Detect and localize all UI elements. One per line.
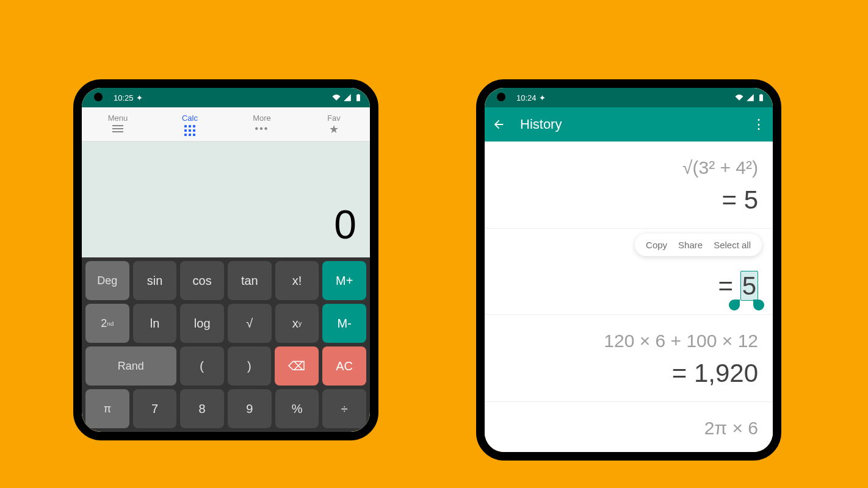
signal-icon: [746, 93, 754, 102]
history-result: = 5: [499, 185, 758, 215]
tab-fav[interactable]: Fav ★: [298, 107, 370, 141]
status-time: 10:24: [516, 93, 537, 102]
menu-icon: [112, 125, 123, 132]
keypad: Degsincostanx!M+2ndlnlog√xyM-Rand()⌫ACπ7…: [82, 257, 370, 432]
star-icon: ★: [298, 125, 370, 134]
key-cos[interactable]: cos: [180, 261, 224, 300]
appbar-title: History: [520, 117, 562, 132]
back-button[interactable]: [492, 118, 505, 131]
grid-icon: [184, 125, 195, 136]
camera-cutout: [94, 93, 103, 101]
key-7[interactable]: 7: [133, 389, 177, 428]
history-expression: √(3² + 4²): [499, 157, 758, 178]
history-expression: 120 × 6 + 100 × 12: [499, 331, 758, 351]
display[interactable]: 0: [82, 142, 370, 257]
phone-history: 10:24 ✦ History ⋮ √(3² + 4²) = 5 Copy: [476, 79, 781, 461]
dots-icon: •••: [226, 125, 298, 132]
tab-label: Calc: [182, 113, 198, 123]
battery-icon: [354, 93, 363, 102]
key-x![interactable]: x!: [275, 261, 319, 300]
history-result: = 5: [499, 271, 758, 301]
history-expression: 2π × 6: [499, 418, 758, 439]
key-)[interactable]: ): [228, 346, 272, 386]
wifi-icon: [332, 93, 341, 102]
overflow-menu-icon[interactable]: ⋮: [752, 118, 765, 131]
selection-handle-right[interactable]: [753, 300, 764, 310]
key-tan[interactable]: tan: [228, 261, 272, 300]
wifi-icon: [735, 93, 743, 102]
tab-menu[interactable]: Menu: [82, 107, 154, 141]
history-list: √(3² + 4²) = 5 Copy Share Select all = 5…: [485, 142, 773, 452]
key-9[interactable]: 9: [228, 389, 272, 428]
history-item[interactable]: 2π × 6: [485, 402, 773, 452]
key-m-[interactable]: M-: [322, 304, 366, 343]
battery-icon: [757, 93, 765, 102]
copy-action[interactable]: Copy: [646, 240, 667, 250]
key-rand[interactable]: Rand: [85, 346, 176, 386]
tab-more[interactable]: More •••: [226, 107, 298, 141]
status-glyph: ✦: [539, 93, 546, 102]
status-bar: 10:25 ✦: [82, 88, 370, 107]
status-glyph: ✦: [136, 93, 143, 102]
phone-calculator: 10:25 ✦ Menu Calc More ••• Fav ★: [73, 79, 378, 440]
key-2nd[interactable]: 2nd: [85, 304, 129, 343]
tab-calc[interactable]: Calc: [154, 107, 226, 141]
key-÷[interactable]: ÷: [322, 389, 366, 428]
key-8[interactable]: 8: [180, 389, 224, 428]
key-sin[interactable]: sin: [133, 261, 177, 300]
key-m+[interactable]: M+: [322, 261, 366, 300]
key-ac[interactable]: AC: [322, 346, 366, 386]
selection-handle-left[interactable]: [729, 300, 740, 310]
key-%[interactable]: %: [275, 389, 319, 428]
key-√[interactable]: √: [228, 304, 272, 343]
tab-label: Menu: [108, 113, 128, 123]
screen: 10:24 ✦ History ⋮ √(3² + 4²) = 5 Copy: [485, 88, 773, 452]
tab-label: More: [253, 113, 271, 123]
select-all-action[interactable]: Select all: [714, 240, 751, 250]
key-log[interactable]: log: [180, 304, 224, 343]
tabs-row: Menu Calc More ••• Fav ★: [82, 107, 370, 142]
key-⌫[interactable]: ⌫: [275, 346, 319, 386]
key-ln[interactable]: ln: [133, 304, 177, 343]
status-bar: 10:24 ✦: [485, 88, 773, 107]
key-deg[interactable]: Deg: [85, 261, 129, 300]
status-time: 10:25: [114, 93, 134, 102]
share-action[interactable]: Share: [678, 240, 703, 250]
selected-text: 5: [740, 271, 758, 301]
key-([interactable]: (: [180, 346, 224, 386]
screen: 10:25 ✦ Menu Calc More ••• Fav ★: [82, 88, 370, 432]
key-xy[interactable]: xy: [275, 304, 319, 343]
history-result: = 1,920: [499, 359, 758, 388]
tab-label: Fav: [327, 113, 341, 123]
camera-cutout: [497, 93, 505, 101]
signal-icon: [343, 93, 352, 102]
history-item[interactable]: 120 × 6 + 100 × 12 = 1,920: [485, 315, 773, 402]
selection-action-pill: Copy Share Select all: [635, 234, 762, 256]
history-item-selected[interactable]: Copy Share Select all = 5: [485, 229, 773, 315]
key-π[interactable]: π: [85, 389, 129, 428]
history-item[interactable]: √(3² + 4²) = 5: [485, 142, 773, 229]
app-bar: History ⋮: [485, 107, 773, 142]
